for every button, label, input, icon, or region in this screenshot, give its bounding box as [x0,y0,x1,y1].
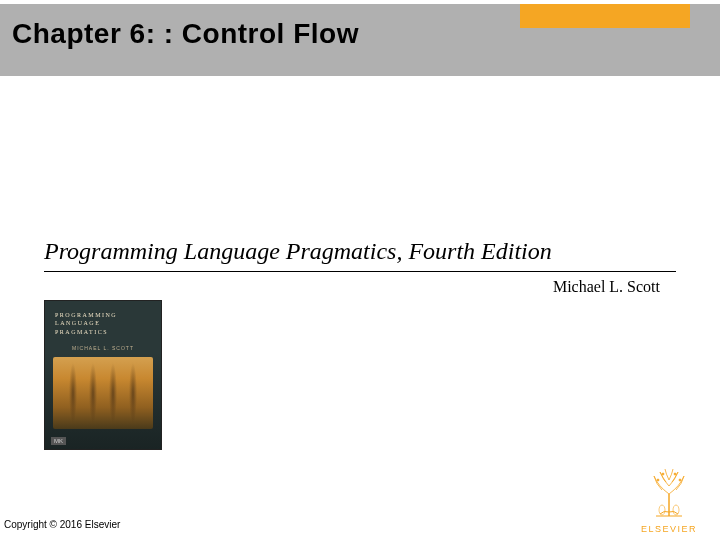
book-title: Programming Language Pragmatics, Fourth … [44,238,676,272]
book-cover: PROGRAMMING LANGUAGE PRAGMATICS MICHAEL … [44,300,162,450]
chapter-title: Chapter 6: : Control Flow [12,18,359,50]
author-name: Michael L. Scott [553,278,660,296]
svg-point-5 [673,505,679,515]
elsevier-tree-icon [638,466,700,522]
svg-point-0 [657,479,659,481]
header-accent [520,4,690,28]
cover-title-line2: LANGUAGE [55,319,151,327]
cover-image [53,357,153,429]
cover-author: MICHAEL L. SCOTT [55,345,151,351]
cover-title: PROGRAMMING LANGUAGE PRAGMATICS [55,311,151,336]
cover-publisher-mark: MK [51,437,66,445]
svg-point-2 [662,473,664,475]
elsevier-text: ELSEVIER [638,524,700,534]
svg-point-4 [659,505,665,515]
svg-point-3 [674,473,676,475]
elsevier-logo: ELSEVIER [638,466,700,534]
svg-point-1 [679,479,681,481]
cover-title-line1: PROGRAMMING [55,311,151,319]
cover-title-line3: PRAGMATICS [55,328,151,336]
cover-trees [53,357,153,429]
copyright-text: Copyright © 2016 Elsevier [4,519,120,530]
